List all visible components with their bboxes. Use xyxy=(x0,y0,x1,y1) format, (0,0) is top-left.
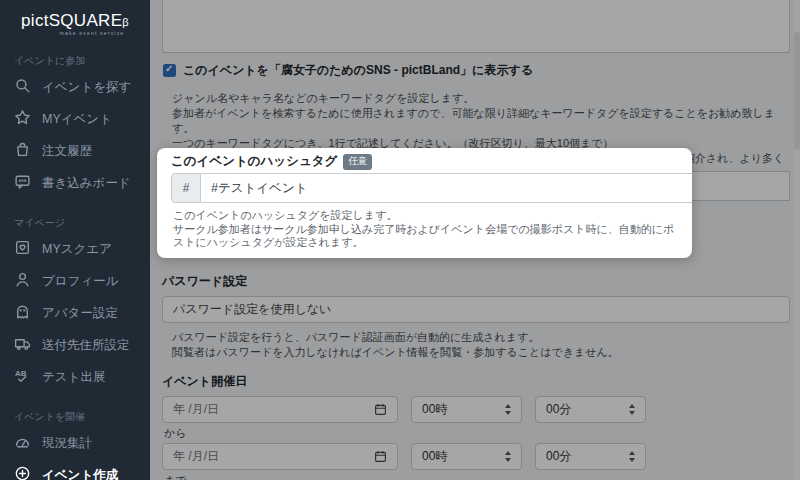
star-icon xyxy=(14,109,31,129)
ghost-icon xyxy=(14,303,31,323)
bag-icon xyxy=(14,141,31,161)
hashtag-help-block: このイベントのハッシュタグを設定します。 サークル参加者はサークル参加申し込み完… xyxy=(173,209,678,250)
hashtag-label-row: このイベントのハッシュタグ 任意 xyxy=(171,154,678,169)
sidebar-item-label: MYイベント xyxy=(42,111,112,128)
sidebar-item-search-events[interactable]: イベントを探す xyxy=(0,71,150,103)
sidebar-item-message-board[interactable]: 書き込みボード xyxy=(0,167,150,199)
main-area: このイベントを「腐女子のためのSNS - pictBLand」に表示する ジャン… xyxy=(150,0,800,480)
truck-icon xyxy=(14,335,31,355)
sidebar-section-join: イベントに参加 xyxy=(14,54,136,68)
hashtag-help-line: サークル参加者はサークル参加申し込み完了時およびイベント会場での撮影ポスト時に、… xyxy=(173,223,678,250)
sidebar-item-label: アバター設定 xyxy=(42,305,118,322)
sidebar-item-label: イベントを探す xyxy=(42,79,131,96)
svg-text:AB: AB xyxy=(15,369,27,378)
plus-circle-icon xyxy=(14,465,31,480)
sidebar-item-create-event[interactable]: イベント作成 xyxy=(0,459,150,480)
sidebar-item-label: 送付先住所設定 xyxy=(42,337,130,354)
message-board-icon xyxy=(14,173,31,193)
sidebar-item-shipping-address[interactable]: 送付先住所設定 xyxy=(0,329,150,361)
sidebar-item-my-square[interactable]: MYスクエア xyxy=(0,233,150,265)
hashtag-input[interactable] xyxy=(201,173,692,203)
logo-brand: pictSQUARE xyxy=(21,11,122,30)
sidebar-item-label: テスト出展 xyxy=(42,369,105,386)
sidebar-item-avatar-settings[interactable]: アバター設定 xyxy=(0,297,150,329)
sidebar-section-mypage: マイページ xyxy=(14,216,136,230)
app-window: pictSQUAREβ make event service イベントに参加 イ… xyxy=(0,0,800,480)
ab-test-icon: AB xyxy=(14,367,31,387)
sidebar-item-test-exhibit[interactable]: AB テスト出展 xyxy=(0,361,150,393)
sidebar: pictSQUAREβ make event service イベントに参加 イ… xyxy=(0,0,150,480)
logo-beta: β xyxy=(122,16,129,28)
logo-text: pictSQUAREβ xyxy=(0,11,150,31)
optional-badge: 任意 xyxy=(343,154,372,170)
sidebar-item-label: プロフィール xyxy=(42,273,118,290)
sidebar-item-my-events[interactable]: MYイベント xyxy=(0,103,150,135)
person-icon xyxy=(14,271,31,291)
square-heart-icon xyxy=(14,239,31,259)
sidebar-section-host: イベントを開催 xyxy=(14,410,136,424)
sidebar-item-profile[interactable]: プロフィール xyxy=(0,265,150,297)
hashtag-spotlight-card: このイベントのハッシュタグ 任意 # このイベントのハッシュタグを設定します。 … xyxy=(157,148,692,258)
gauge-icon xyxy=(14,433,31,453)
logo[interactable]: pictSQUAREβ make event service xyxy=(0,0,150,37)
hashtag-label: このイベントのハッシュタグ xyxy=(171,153,337,170)
sidebar-item-label: 書き込みボード xyxy=(42,175,131,192)
hashtag-input-group: # xyxy=(171,173,692,203)
sidebar-item-current-summary[interactable]: 現況集計 xyxy=(0,427,150,459)
sidebar-item-label: 注文履歴 xyxy=(42,143,92,160)
sidebar-item-label: MYスクエア xyxy=(42,241,112,258)
sidebar-item-label: イベント作成 xyxy=(42,467,118,480)
search-icon xyxy=(14,77,31,97)
hashtag-prefix: # xyxy=(171,173,201,203)
hashtag-help-line: このイベントのハッシュタグを設定します。 xyxy=(173,209,678,223)
sidebar-item-label: 現況集計 xyxy=(42,435,92,452)
sidebar-item-order-history[interactable]: 注文履歴 xyxy=(0,135,150,167)
